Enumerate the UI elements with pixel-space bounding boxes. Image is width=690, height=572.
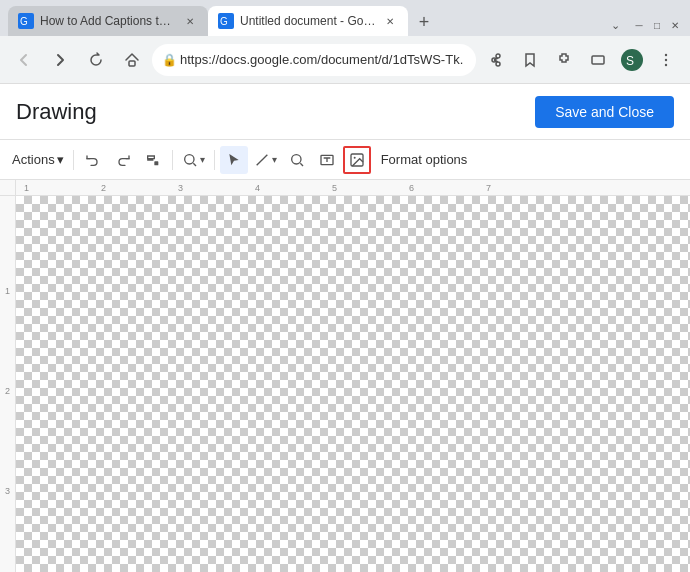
drawing-canvas[interactable] <box>16 196 690 572</box>
address-bar-wrap[interactable]: 🔒 <box>152 44 476 76</box>
new-tab-button[interactable]: + <box>410 8 438 36</box>
line-tool-button[interactable]: ▾ <box>250 146 281 174</box>
tab-how-to-add-captions[interactable]: G How to Add Captions to Im... ✕ <box>8 6 208 36</box>
v-ruler-tick-3: 3 <box>5 486 10 496</box>
minimize-button[interactable]: ─ <box>632 18 646 32</box>
ruler-corner <box>0 180 16 196</box>
back-button[interactable] <box>8 44 40 76</box>
svg-point-17 <box>353 156 355 158</box>
close-button[interactable]: ✕ <box>668 18 682 32</box>
ruler-tick-5: 5 <box>332 183 337 193</box>
zoom-arrow-icon: ▾ <box>200 154 205 165</box>
svg-text:S: S <box>626 54 634 68</box>
v-ruler-tick-1: 1 <box>5 286 10 296</box>
tab-title-1: How to Add Captions to Im... <box>40 14 176 28</box>
canvas-row: 1 2 3 <box>0 196 690 572</box>
line-icon <box>254 152 270 168</box>
separator-2 <box>172 150 173 170</box>
separator-3 <box>214 150 215 170</box>
address-input[interactable] <box>152 44 476 76</box>
home-button[interactable] <box>116 44 148 76</box>
select-tool-button[interactable] <box>220 146 248 174</box>
ruler-tick-7: 7 <box>486 183 491 193</box>
svg-point-10 <box>665 63 667 65</box>
lock-icon: 🔒 <box>162 53 177 67</box>
tab-favicon-2: G <box>218 13 234 29</box>
paint-format-button[interactable] <box>139 146 167 174</box>
insert-image-button[interactable] <box>343 146 371 174</box>
maximize-button[interactable]: □ <box>650 18 664 32</box>
window-controls: ⌄ ─ □ ✕ <box>611 18 682 36</box>
format-options-button[interactable]: Format options <box>377 146 472 174</box>
save-and-close-button[interactable]: Save and Close <box>535 96 674 128</box>
zoom-button[interactable]: ▾ <box>178 146 209 174</box>
svg-point-12 <box>184 154 193 163</box>
svg-line-13 <box>256 154 267 165</box>
text-box-button[interactable] <box>313 146 341 174</box>
svg-rect-4 <box>129 61 135 66</box>
ruler-tick-4: 4 <box>255 183 260 193</box>
tab-close-1[interactable]: ✕ <box>182 13 198 29</box>
chrome-frame: G How to Add Captions to Im... ✕ G Untit… <box>0 0 690 572</box>
ruler-row: 1 2 3 4 5 6 7 <box>0 180 690 196</box>
tab-title-2: Untitled document - Google <box>240 14 376 28</box>
undo-icon <box>85 152 101 168</box>
separator-1 <box>73 150 74 170</box>
actions-label: Actions <box>12 152 55 167</box>
zoom-icon <box>182 152 198 168</box>
svg-text:G: G <box>220 16 228 27</box>
tab-search-icon[interactable]: ⌄ <box>611 19 620 32</box>
svg-rect-11 <box>154 161 158 165</box>
tab-strip: G How to Add Captions to Im... ✕ G Untit… <box>8 6 438 36</box>
nav-right-icons: S <box>480 44 682 76</box>
tab-close-2[interactable]: ✕ <box>382 13 398 29</box>
ruler-tick-1: 1 <box>24 183 29 193</box>
v-ruler-tick-2: 2 <box>5 386 10 396</box>
tab-favicon-1: G <box>18 13 34 29</box>
svg-point-9 <box>665 58 667 60</box>
chrome-menu-icon[interactable] <box>650 44 682 76</box>
share-icon[interactable] <box>480 44 512 76</box>
ruler-tick-6: 6 <box>409 183 414 193</box>
redo-icon <box>115 152 131 168</box>
image-icon <box>349 152 365 168</box>
extensions-icon[interactable] <box>548 44 580 76</box>
cast-icon[interactable] <box>582 44 614 76</box>
actions-menu-button[interactable]: Actions ▾ <box>8 146 68 174</box>
text-box-icon <box>319 152 335 168</box>
canvas-with-ruler: 1 2 3 4 5 6 7 1 2 3 <box>0 180 690 572</box>
horizontal-ruler: 1 2 3 4 5 6 7 <box>16 180 690 196</box>
ruler-tick-2: 2 <box>101 183 106 193</box>
svg-rect-5 <box>592 56 604 64</box>
svg-point-8 <box>665 53 667 55</box>
format-options-label: Format options <box>381 152 468 167</box>
navigation-bar: 🔒 S <box>0 36 690 84</box>
line-arrow-icon: ▾ <box>272 154 277 165</box>
paint-format-icon <box>145 152 161 168</box>
reload-button[interactable] <box>80 44 112 76</box>
drawing-header: Drawing Save and Close <box>0 84 690 140</box>
svg-text:G: G <box>20 16 28 27</box>
drawing-toolbar: Actions ▾ ▾ <box>0 140 690 180</box>
actions-chevron-icon: ▾ <box>57 152 64 167</box>
tab-untitled-document[interactable]: G Untitled document - Google ✕ <box>208 6 408 36</box>
shape-search-icon <box>289 152 305 168</box>
bookmark-icon[interactable] <box>514 44 546 76</box>
vertical-ruler: 1 2 3 <box>0 196 16 572</box>
title-bar: G How to Add Captions to Im... ✕ G Untit… <box>0 0 690 36</box>
redo-button[interactable] <box>109 146 137 174</box>
forward-button[interactable] <box>44 44 76 76</box>
profile-avatar[interactable]: S <box>616 44 648 76</box>
shape-search-button[interactable] <box>283 146 311 174</box>
cursor-icon <box>226 152 242 168</box>
drawing-title: Drawing <box>16 99 535 125</box>
undo-button[interactable] <box>79 146 107 174</box>
svg-point-14 <box>291 154 300 163</box>
ruler-tick-3: 3 <box>178 183 183 193</box>
docs-container: Drawing Save and Close Actions ▾ <box>0 84 690 572</box>
